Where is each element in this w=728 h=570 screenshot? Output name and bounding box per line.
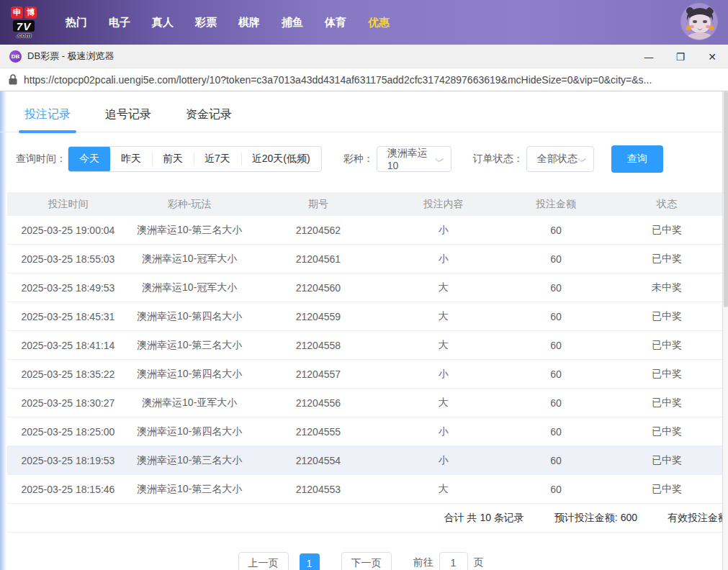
time-option-yesterday[interactable]: 昨天: [110, 146, 152, 172]
nav-item-slots[interactable]: 电子: [98, 16, 141, 30]
cell-issue: 21204559: [251, 311, 387, 322]
nav-item-live[interactable]: 真人: [141, 16, 184, 30]
cell-play-type: 澳洲幸运10-第四名大小: [129, 310, 251, 323]
minimize-button[interactable]: —: [633, 45, 665, 68]
prev-page-button[interactable]: 上一页: [238, 552, 289, 570]
cell-bet-time: 2025-03-25 18:35:22: [7, 368, 129, 380]
cell-issue: 21204557: [251, 368, 387, 380]
cell-bet-amount: 60: [500, 484, 611, 495]
site-logo[interactable]: 申 博 7V .com: [6, 6, 42, 39]
search-button[interactable]: 查询: [611, 145, 663, 173]
table-row[interactable]: 2025-03-25 18:55:03 澳洲幸运10-冠军大小 21204561…: [7, 245, 722, 273]
cell-bet-amount: 60: [500, 426, 611, 438]
status-filter-label: 订单状态：: [473, 153, 523, 166]
tab-fund-records[interactable]: 资金记录: [184, 99, 233, 132]
cell-status: 已中奖: [611, 454, 722, 467]
filter-bar: 查询时间： 今天 昨天 前天 近7天 近20天(低频) 彩种： 澳洲幸运10 ᨆ…: [0, 145, 722, 173]
col-header-bet-content: 投注内容: [386, 198, 500, 211]
cell-status: 未中奖: [611, 281, 722, 294]
table-row[interactable]: 2025-03-25 18:25:00 澳洲幸运10-第四名大小 2120455…: [7, 417, 722, 446]
table-row[interactable]: 2025-03-25 18:35:22 澳洲幸运10-第四名大小 2120455…: [7, 360, 722, 389]
cell-bet-amount: 60: [500, 368, 611, 380]
cell-play-type: 澳洲幸运10-第三名大小: [129, 224, 251, 237]
browser-scrollbar[interactable]: [722, 91, 728, 570]
cell-play-type: 澳洲幸运10-第三名大小: [129, 483, 251, 496]
goto-page-input[interactable]: [439, 552, 468, 570]
chevron-down-icon: ᨆ: [435, 155, 445, 164]
cell-issue: 21204558: [251, 340, 387, 351]
lottery-select[interactable]: 澳洲幸运10 ᨆ: [377, 146, 451, 172]
nav-item-lottery[interactable]: 彩票: [184, 16, 228, 30]
scrollbar-thumb[interactable]: [724, 91, 728, 307]
cell-bet-amount: 60: [500, 340, 611, 351]
time-option-day-before[interactable]: 前天: [152, 146, 194, 172]
time-option-last7days[interactable]: 近7天: [194, 146, 241, 172]
cell-bet-content: 小: [386, 253, 500, 266]
avatar-cartoon-face-icon: [681, 4, 718, 40]
cell-bet-time: 2025-03-25 19:00:04: [7, 225, 129, 236]
page-number-1[interactable]: 1: [300, 553, 320, 570]
summary-valid-amount: 有效投注金额: [668, 512, 728, 525]
cell-status: 已中奖: [611, 310, 722, 323]
col-header-bet-amount: 投注金额: [500, 198, 611, 211]
goto-label: 前往: [413, 556, 433, 569]
cell-bet-content: 小: [386, 454, 500, 467]
lock-icon: [9, 74, 17, 85]
nav-item-chess[interactable]: 棋牌: [228, 16, 271, 30]
table-row[interactable]: 2025-03-25 18:30:27 澳洲幸运10-亚军大小 21204556…: [7, 389, 722, 417]
cell-issue: 21204556: [251, 397, 387, 409]
table-row[interactable]: 2025-03-25 18:49:53 澳洲幸运10-冠军大小 21204560…: [7, 273, 722, 302]
table-row[interactable]: 2025-03-25 18:19:53 澳洲幸运10-第三名大小 2120455…: [7, 446, 722, 475]
cell-bet-amount: 60: [500, 253, 611, 265]
cell-bet-amount: 60: [500, 282, 611, 294]
goto-page-group: 前往 页: [413, 552, 484, 570]
cell-bet-time: 2025-03-25 18:55:03: [7, 253, 129, 265]
cell-bet-amount: 60: [500, 311, 611, 322]
cell-bet-time: 2025-03-25 18:25:00: [7, 426, 129, 438]
cell-play-type: 澳洲幸运10-第四名大小: [129, 425, 251, 438]
url-text[interactable]: https://ctopcp02pcali.uengi5e.com/lotter…: [24, 74, 652, 86]
time-option-today[interactable]: 今天: [68, 146, 110, 172]
table-row[interactable]: 2025-03-25 19:00:04 澳洲幸运10-第三名大小 2120456…: [7, 216, 722, 245]
nav-item-fishing[interactable]: 捕鱼: [271, 16, 314, 30]
maximize-button[interactable]: ❐: [665, 45, 696, 68]
user-avatar[interactable]: [680, 3, 718, 40]
cell-bet-time: 2025-03-25 18:41:14: [7, 340, 129, 351]
page-content: 投注记录 追号记录 资金记录 查询时间： 今天 昨天 前天 近7天 近20天(低…: [0, 91, 728, 570]
cell-bet-time: 2025-03-25 18:15:46: [7, 484, 129, 495]
cell-bet-content: 大: [386, 281, 500, 294]
browser-url-bar[interactable]: https://ctopcp02pcali.uengi5e.com/lotter…: [0, 68, 728, 91]
casino-nav-menu: 热门 电子 真人 彩票 棋牌 捕鱼 体育 优惠: [55, 16, 400, 30]
cell-bet-time: 2025-03-25 18:19:53: [7, 455, 129, 466]
tab-bet-records[interactable]: 投注记录: [23, 99, 72, 132]
time-option-last20days[interactable]: 近20天(低频): [241, 146, 321, 172]
table-row[interactable]: 2025-03-25 18:15:46 澳洲幸运10-第三名大小 2120455…: [7, 475, 722, 504]
cell-bet-amount: 60: [500, 397, 611, 409]
cell-status: 已中奖: [611, 397, 722, 410]
lottery-filter-label: 彩种：: [343, 153, 374, 166]
cell-status: 已中奖: [611, 368, 722, 381]
cell-play-type: 澳洲幸运10-第三名大小: [129, 454, 251, 467]
table-row[interactable]: 2025-03-25 18:45:31 澳洲幸运10-第四名大小 2120455…: [7, 302, 722, 331]
cell-bet-content: 小: [386, 368, 500, 381]
record-tabs: 投注记录 追号记录 资金记录: [0, 99, 722, 132]
time-range-group: 今天 昨天 前天 近7天 近20天(低频): [68, 146, 322, 172]
logo-suffix-text: .com: [16, 32, 31, 39]
table-row[interactable]: 2025-03-25 18:41:14 澳洲幸运10-第三名大小 2120455…: [7, 331, 722, 360]
nav-item-sports[interactable]: 体育: [314, 16, 357, 30]
cell-issue: 21204553: [251, 484, 387, 495]
cell-status: 已中奖: [611, 425, 722, 438]
cell-play-type: 澳洲幸运10-亚军大小: [129, 397, 251, 410]
cell-bet-amount: 60: [500, 455, 611, 466]
order-status-select[interactable]: 全部状态 ᨆ: [526, 146, 594, 172]
bet-records-table: 投注时间 彩种-玩法 期号 投注内容 投注金额 状态 2025-03-25 19…: [7, 192, 722, 504]
next-page-button[interactable]: 下一页: [341, 552, 392, 570]
close-button[interactable]: ✕: [696, 45, 728, 68]
nav-item-hot[interactable]: 热门: [55, 16, 98, 30]
cell-bet-content: 大: [386, 310, 500, 323]
lottery-select-value: 澳洲幸运10: [387, 147, 436, 171]
cell-status: 已中奖: [611, 483, 722, 496]
summary-bar: 合计 共 10 条记录 预计投注金额: 600 有效投注金额: [7, 504, 728, 533]
nav-item-promo[interactable]: 优惠: [357, 16, 400, 30]
tab-chase-records[interactable]: 追号记录: [104, 99, 153, 132]
